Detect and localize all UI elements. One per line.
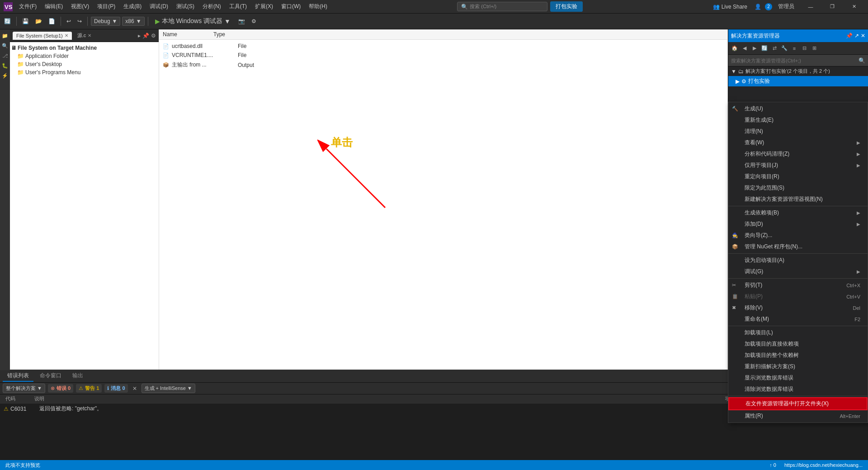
- tab-output[interactable]: 输出: [68, 370, 88, 382]
- ctx-cut[interactable]: ✂ 剪切(T) Ctrl+X: [728, 280, 868, 291]
- sol-pin-icon[interactable]: 📌: [846, 33, 853, 39]
- ctx-clear-db-errors[interactable]: 清除浏览数据库错误: [728, 384, 868, 395]
- activity-extensions[interactable]: ⚡: [0, 71, 9, 80]
- activity-search[interactable]: 🔍: [0, 41, 9, 50]
- ctx-dependencies[interactable]: 生成依赖项(B) ▶: [728, 207, 868, 218]
- activity-debug[interactable]: 🐛: [0, 61, 9, 70]
- tab-filesystem[interactable]: File System (Setup1) ✕: [13, 32, 72, 40]
- sol-toolbar-collapse[interactable]: ⊟: [800, 44, 809, 53]
- menu-analyze[interactable]: 分析(N): [199, 1, 225, 12]
- sol-toolbar-more[interactable]: ≡: [790, 44, 799, 53]
- status-url[interactable]: https://blog.csdn.net/hexiechuang...: [783, 462, 864, 468]
- global-search-box[interactable]: 🔍 搜索 (Ctrl+/): [457, 2, 547, 11]
- live-share-button[interactable]: 👥 Live Share: [709, 2, 751, 11]
- sol-toolbar-home[interactable]: 🏠: [730, 44, 739, 53]
- solution-search-input[interactable]: [731, 58, 859, 63]
- toolbar-refresh[interactable]: 🔄: [2, 17, 13, 26]
- ctx-open-file-explorer[interactable]: 在文件资源管理器中打开文件夹(X): [728, 397, 868, 410]
- ctx-retarget[interactable]: 重定向项目(R): [728, 171, 868, 182]
- ctx-load-direct[interactable]: 加载项目的直接依赖项: [728, 338, 868, 350]
- tab-filesystem-close[interactable]: ✕: [65, 33, 68, 38]
- ctx-analyze[interactable]: 分析和代码清理(Z) ▶: [728, 148, 868, 160]
- ctx-rename[interactable]: 重命名(M) F2: [728, 313, 868, 325]
- menu-debug[interactable]: 调试(D): [146, 1, 172, 12]
- tab-source[interactable]: 源.c ✕: [74, 31, 95, 40]
- experiment-button[interactable]: 打包实验: [550, 1, 583, 12]
- sol-close-icon[interactable]: ✕: [861, 33, 865, 39]
- file-row-output[interactable]: 📦 主输出 from ... Output: [159, 60, 727, 70]
- tab-source-close[interactable]: ✕: [88, 33, 91, 38]
- status-preview[interactable]: 此项不支持预览: [4, 462, 42, 469]
- sol-toolbar-sync[interactable]: ⇄: [770, 44, 779, 53]
- notification-badge[interactable]: 2: [765, 3, 772, 10]
- run-button[interactable]: ▶ 本地 Windows 调试器 ▼: [151, 16, 234, 27]
- status-errors-count[interactable]: ↑ 0: [768, 462, 778, 468]
- ctx-scope[interactable]: 限定为此范围(S): [728, 182, 868, 194]
- maximize-button[interactable]: ❐: [822, 0, 843, 14]
- ctx-show-db-errors[interactable]: 显示浏览数据库错误: [728, 372, 868, 384]
- menu-help[interactable]: 帮助(H): [305, 1, 331, 12]
- manage-button[interactable]: 管理员: [776, 1, 797, 12]
- file-row-ucrt[interactable]: 📄 ucrtbased.dll File: [159, 42, 727, 51]
- ctx-project-only[interactable]: 仅用于项目(J) ▶: [728, 160, 868, 171]
- toolbar-new[interactable]: 📄: [46, 17, 57, 26]
- tab-settings[interactable]: ⚙: [151, 33, 156, 39]
- activity-source[interactable]: ⎇: [0, 51, 9, 60]
- menu-test[interactable]: 测试(S): [173, 1, 198, 12]
- error-count-filter[interactable]: ⊗ 错误 0: [48, 384, 73, 393]
- pin-button[interactable]: 📌: [142, 33, 149, 39]
- toolbar-redo[interactable]: ↪: [75, 17, 84, 26]
- ctx-properties[interactable]: 属性(R) Alt+Enter: [728, 410, 868, 422]
- sol-expand-icon[interactable]: ↗: [854, 33, 859, 39]
- build-filter[interactable]: 生成 + IntelliSense ▼: [142, 384, 195, 393]
- tab-error-list[interactable]: 错误列表: [3, 370, 33, 382]
- ctx-debug[interactable]: 调试(G) ▶: [728, 266, 868, 277]
- menu-view[interactable]: 视图(V): [67, 1, 93, 12]
- ctx-add[interactable]: 添加(D) ▶: [728, 218, 868, 230]
- sol-toolbar-refresh[interactable]: 🔄: [760, 44, 769, 53]
- ctx-unload[interactable]: 卸载项目(L): [728, 327, 868, 338]
- toolbar-open[interactable]: 📂: [33, 17, 44, 26]
- sol-toolbar-forward[interactable]: ▶: [750, 44, 759, 53]
- menu-tools[interactable]: 工具(T): [226, 1, 250, 12]
- ctx-view[interactable]: 查看(W) ▶: [728, 137, 868, 148]
- menu-window[interactable]: 窗口(W): [278, 1, 304, 12]
- activity-explorer[interactable]: 📁: [0, 31, 9, 40]
- close-button[interactable]: ✕: [844, 0, 864, 14]
- tree-root[interactable]: 🖥 File System on Target Machine: [10, 44, 159, 52]
- tab-command-window[interactable]: 命令窗口: [35, 370, 66, 382]
- tree-programs-menu[interactable]: 📁 User's Programs Menu: [10, 68, 159, 76]
- settings-button[interactable]: ⚙: [249, 17, 259, 26]
- menu-file[interactable]: 文件(F): [15, 1, 40, 12]
- sol-tree-solution[interactable]: ▼ 🗂 解决方案'打包实验'(2 个项目，共 2 个): [728, 66, 868, 76]
- tree-app-folder[interactable]: 📁 Application Folder: [10, 52, 159, 60]
- menu-build[interactable]: 生成(B): [120, 1, 145, 12]
- sol-toolbar-filter[interactable]: 🔧: [780, 44, 789, 53]
- camera-button[interactable]: 📷: [236, 17, 247, 26]
- menu-extend[interactable]: 扩展(X): [251, 1, 277, 12]
- ctx-nuget[interactable]: 📦 管理 NuGet 程序包(N)...: [728, 241, 868, 252]
- tab-scroll-left[interactable]: ▸: [138, 33, 141, 39]
- ctx-rebuild[interactable]: 重新生成(E): [728, 114, 868, 126]
- platform-dropdown[interactable]: x86 ▼: [122, 17, 144, 26]
- warning-count-filter[interactable]: ⚠ 警告 1: [76, 384, 102, 393]
- sol-toolbar-expand[interactable]: ⊞: [810, 44, 819, 53]
- ctx-load-tree[interactable]: 加载项目的整个依赖树: [728, 350, 868, 361]
- file-row-vcruntime[interactable]: 📄 VCRUNTIME1.... File: [159, 51, 727, 60]
- sol-tree-project[interactable]: ▶ ⚙ 打包实验: [728, 76, 868, 86]
- solution-search-icon[interactable]: 🔍: [859, 57, 865, 64]
- debug-config-dropdown[interactable]: Debug ▼: [91, 17, 120, 26]
- ctx-set-startup[interactable]: 设为启动项目(A): [728, 255, 868, 266]
- ctx-clean[interactable]: 清理(N): [728, 126, 868, 137]
- menu-project[interactable]: 项目(P): [94, 1, 119, 12]
- menu-edit[interactable]: 编辑(E): [41, 1, 66, 12]
- ctx-remove[interactable]: ✖ 移除(V) Del: [728, 302, 868, 313]
- ctx-class-wizard[interactable]: 🧙 类向导(Z)...: [728, 230, 868, 241]
- message-count-filter[interactable]: ℹ 消息 0: [104, 384, 127, 393]
- minimize-button[interactable]: —: [800, 0, 821, 14]
- scope-filter[interactable]: 整个解决方案 ▼: [3, 384, 45, 393]
- ctx-new-explorer-view[interactable]: 新建解决方案资源管理器视图(N): [728, 194, 868, 205]
- ctx-build[interactable]: 🔨 生成(U): [728, 103, 868, 114]
- toolbar-save-all[interactable]: 💾: [20, 17, 31, 26]
- tree-desktop[interactable]: 📁 User's Desktop: [10, 60, 159, 68]
